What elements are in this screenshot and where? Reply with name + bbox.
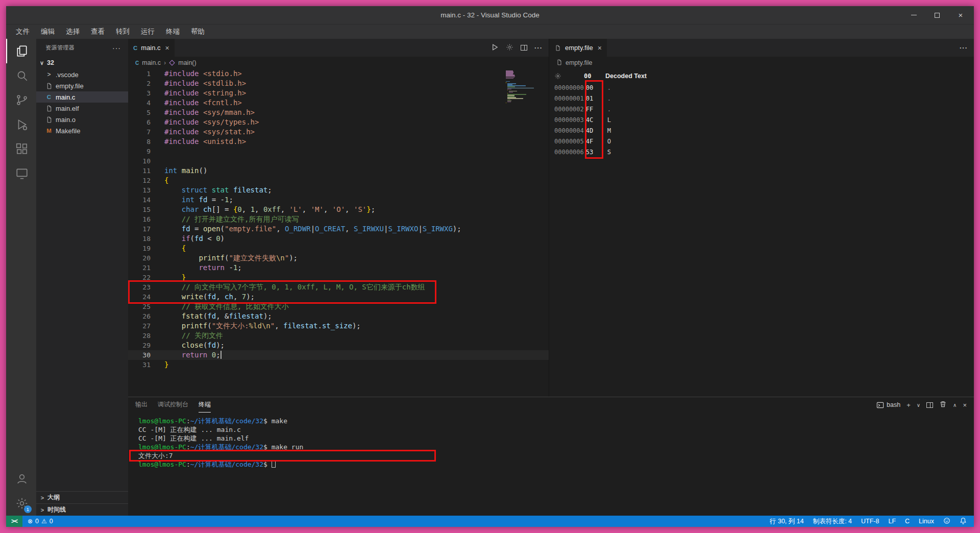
panel-tab[interactable]: 调试控制台: [158, 397, 188, 413]
close-icon[interactable]: ×: [957, 11, 965, 19]
trash-icon[interactable]: [939, 400, 947, 409]
maximize-icon[interactable]: [933, 11, 941, 19]
code-token: (: [207, 322, 211, 330]
code-text: #include <stdlib.h>: [151, 79, 246, 88]
menu-item[interactable]: 编辑: [35, 25, 60, 39]
run-code-icon[interactable]: [491, 43, 499, 53]
timeline-section[interactable]: > 时间线: [36, 503, 128, 516]
hex-address: 00000002: [549, 106, 584, 113]
more-actions-icon[interactable]: ···: [960, 44, 968, 52]
folder-section-header[interactable]: ∨ 32: [36, 57, 128, 69]
status-item[interactable]: 制表符长度: 4: [813, 517, 852, 526]
minimap[interactable]: [506, 70, 543, 104]
hex-row[interactable]: 0000000653S: [549, 147, 974, 157]
code-line: 19 {: [128, 244, 549, 253]
split-terminal-icon[interactable]: [926, 402, 933, 408]
bell-icon[interactable]: [960, 517, 967, 526]
code-token: S_IRWXG: [423, 225, 453, 233]
status-item[interactable]: LF: [888, 518, 896, 525]
panel-tab[interactable]: 终端: [199, 397, 211, 413]
hex-address: 00000003: [549, 116, 584, 124]
code-token: [164, 254, 199, 262]
run-debug-icon[interactable]: [6, 112, 36, 137]
problems-indicator[interactable]: ⊗ 0 ⚠ 0: [28, 518, 53, 525]
menu-item[interactable]: 终端: [160, 25, 185, 39]
hex-row[interactable]: 000000034CL: [549, 114, 974, 125]
gear-icon[interactable]: [506, 43, 513, 53]
hex-editor[interactable]: 00 Decoded Text 0000000000.0000000101.00…: [549, 69, 974, 397]
editor-group-hex: empty.file × ··· empty.file: [549, 39, 974, 397]
close-tab-icon[interactable]: ×: [598, 44, 602, 52]
status-item[interactable]: C: [905, 518, 910, 525]
breadcrumb[interactable]: C main.c › main(): [128, 57, 549, 69]
hex-row[interactable]: 0000000000.: [549, 82, 974, 93]
file-tree-item[interactable]: >.vscode: [36, 69, 128, 80]
code-editor[interactable]: 1#include <stdio.h>2#include <stdlib.h>3…: [128, 69, 549, 397]
account-icon[interactable]: [6, 467, 36, 491]
terminal[interactable]: lmos@lmos-PC:~/计算机基础/code/32$ makeCC -[M…: [128, 413, 974, 516]
status-item[interactable]: Linux: [919, 518, 934, 525]
status-item[interactable]: UTF-8: [861, 518, 879, 525]
file-tree-item[interactable]: Cmain.c: [36, 91, 128, 103]
settings-icon[interactable]: 1: [6, 491, 36, 516]
search-icon[interactable]: [6, 63, 36, 88]
code-token: open: [203, 225, 220, 233]
code-line: 9: [128, 147, 549, 156]
gear-icon[interactable]: [549, 72, 582, 80]
status-item[interactable]: 行 30, 列 14: [770, 517, 804, 526]
menu-item[interactable]: 文件: [10, 25, 35, 39]
menu-item[interactable]: 转到: [110, 25, 135, 39]
hex-row[interactable]: 000000044DM: [549, 125, 974, 136]
new-terminal-icon[interactable]: +: [906, 401, 911, 409]
more-actions-icon[interactable]: ···: [112, 44, 121, 52]
breadcrumb-symbol[interactable]: main(): [178, 59, 196, 66]
feedback-icon[interactable]: [943, 517, 950, 526]
remote-indicator[interactable]: ><: [6, 516, 22, 527]
code-token: st_size: [322, 322, 352, 330]
hex-row[interactable]: 00000002FF.: [549, 104, 974, 114]
menu-item[interactable]: 帮助: [185, 25, 210, 39]
split-editor-icon[interactable]: [521, 45, 527, 51]
breadcrumb[interactable]: empty.file: [549, 57, 974, 69]
maximize-panel-icon[interactable]: ∧: [953, 402, 957, 408]
line-number: 13: [128, 185, 151, 195]
remote-explorer-icon[interactable]: [6, 161, 36, 186]
menu-item[interactable]: 运行: [135, 25, 160, 39]
file-tree-item[interactable]: empty.file: [36, 80, 128, 91]
code-token: );: [263, 312, 272, 320]
tab-main-c[interactable]: C main.c ×: [128, 39, 175, 57]
source-control-icon[interactable]: [6, 88, 36, 112]
hex-byte: FF: [584, 106, 601, 113]
hex-row[interactable]: 000000054FO: [549, 136, 974, 147]
explorer-icon[interactable]: [6, 39, 36, 63]
outline-section[interactable]: > 大纲: [36, 491, 128, 503]
close-panel-icon[interactable]: ×: [963, 401, 967, 409]
menu-item[interactable]: 选择: [60, 25, 85, 39]
close-tab-icon[interactable]: ×: [165, 44, 169, 52]
code-token: {: [182, 244, 186, 252]
breadcrumb-file[interactable]: empty.file: [566, 59, 593, 66]
tab-empty-file[interactable]: empty.file ×: [549, 39, 607, 57]
extensions-icon[interactable]: [6, 137, 36, 161]
file-tree-item[interactable]: main.elf: [36, 103, 128, 114]
minimize-icon[interactable]: [910, 11, 918, 19]
hex-row[interactable]: 0000000101.: [549, 93, 974, 104]
code-token: (: [190, 234, 194, 243]
panel-tab[interactable]: 输出: [135, 397, 148, 413]
line-number: 5: [128, 108, 151, 117]
code-token: <sys/mman.h>: [203, 108, 255, 116]
code-token: write: [182, 293, 203, 301]
code-line: 25 // 获取文件信息, 比如文件大小: [128, 302, 549, 311]
code-token: "文件大小:: [212, 322, 249, 330]
menu-item[interactable]: 查看: [85, 25, 110, 39]
terminal-picker[interactable]: bash: [876, 401, 900, 409]
breadcrumb-file[interactable]: main.c: [142, 59, 161, 66]
code-token: filestat: [233, 186, 267, 194]
line-number: 30: [128, 350, 151, 360]
code-token: 'L': [289, 205, 302, 213]
code-token: #include: [164, 89, 199, 97]
more-actions-icon[interactable]: ···: [534, 44, 543, 52]
file-tree-item[interactable]: MMakefile: [36, 125, 128, 136]
file-tree-item[interactable]: main.o: [36, 114, 128, 125]
chevron-down-icon[interactable]: ∨: [917, 402, 920, 408]
